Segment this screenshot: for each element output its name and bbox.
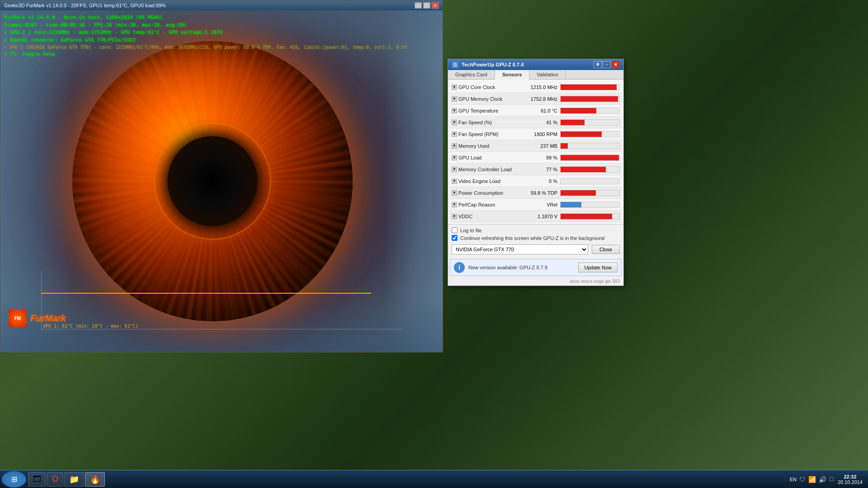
- sensor-bar-fan-speed-pct: [561, 120, 585, 125]
- checkbox-row-log: Log to file: [452, 227, 620, 233]
- taskbar: ⊞ 🗔 O 📁 🔥 EN 🛡 📶 🔊 ☐: [0, 470, 868, 488]
- sensor-bar-gpu-core-clock: [561, 84, 617, 90]
- tab-validation[interactable]: Validation: [529, 70, 566, 79]
- sensor-bar-bg-memory-controller-load: [560, 166, 620, 173]
- continue-refresh-checkbox[interactable]: [452, 235, 458, 241]
- sensor-bar-bg-fan-speed-pct: [560, 119, 620, 126]
- sensor-name-vddc: ▼ VDDC: [452, 214, 524, 219]
- sensor-dropdown-memory-controller-load[interactable]: ▼: [452, 167, 457, 172]
- sensor-dropdown-gpu-memory-clock[interactable]: ▼: [452, 96, 457, 102]
- sensor-name-gpu-load: ▼ GPU Load: [452, 155, 524, 160]
- gpuz-tabs: Graphics Card Sensors Validation: [448, 70, 623, 80]
- furmark-window: Geeks3D FurMark v1.14.0.0 - 20FPS, GPU1 …: [0, 0, 443, 352]
- sensor-bar-memory-used: [561, 143, 568, 149]
- gpuz-settings-button[interactable]: ⚙: [594, 61, 602, 68]
- sensor-dropdown-power-consumption[interactable]: ▼: [452, 190, 457, 196]
- furmark-logo-area: FM FurMark: [9, 309, 66, 327]
- sensor-value-memory-controller-load: 77 %: [524, 167, 560, 172]
- sensor-name-fan-speed-pct: ▼ Fan Speed (%): [452, 120, 524, 125]
- sensor-dropdown-fan-speed-rpm[interactable]: ▼: [452, 131, 457, 137]
- furmark-logo-icon: FM: [9, 309, 27, 327]
- gpuz-update-bar: i New version available: GPU-Z 0.7.9 Upd…: [450, 259, 622, 276]
- furmark-titlebar: Geeks3D FurMark v1.14.0.0 - 20FPS, GPU1 …: [0, 0, 443, 10]
- sensor-row-gpu-memory-clock: ▼ GPU Memory Clock 1752.8 MHz: [450, 93, 622, 105]
- update-now-button[interactable]: Update Now: [578, 263, 618, 272]
- taskbar-item-files[interactable]: 📁: [64, 472, 84, 487]
- sensor-value-vddc: 1.1870 V: [524, 214, 560, 219]
- taskbar-item-furmark[interactable]: 🔥: [85, 472, 105, 487]
- sensor-row-memory-used: ▼ Memory Used 237 MB: [450, 140, 622, 152]
- furmark-logo-text: FurMark: [30, 313, 66, 324]
- sensor-row-gpu-load: ▼ GPU Load 99 %: [450, 152, 622, 164]
- sensor-bar-gpu-load: [561, 155, 619, 160]
- taskbar-item-opera[interactable]: O: [47, 472, 63, 487]
- sensor-value-perfcap-reason: VRel: [524, 202, 560, 207]
- sensor-row-memory-controller-load: ▼ Memory Controller Load 77 %: [450, 164, 622, 175]
- gpuz-close-button-bottom[interactable]: Close: [592, 245, 620, 254]
- furmark-render-area: FurMark v1.14.0.0 - Burn-in test, 1280x1…: [0, 10, 443, 352]
- sensor-bar-fan-speed-rpm: [561, 131, 602, 137]
- furmark-overlay-text: FurMark v1.14.0.0 - Burn-in test, 1280x1…: [4, 14, 407, 58]
- sensor-bar-bg-gpu-core-clock: [560, 84, 620, 90]
- gpuz-update-text: New version available: GPU-Z 0.7.9: [468, 265, 575, 270]
- sensor-dropdown-memory-used[interactable]: ▼: [452, 143, 457, 149]
- taskbar-system-icons: EN 🛡 📶 🔊 ☐: [790, 476, 834, 483]
- gpu-select[interactable]: NVIDIA GeForce GTX 770: [452, 244, 588, 254]
- sensor-name-memory-controller-load: ▼ Memory Controller Load: [452, 167, 524, 172]
- sensor-dropdown-perfcap-reason[interactable]: ▼: [452, 202, 457, 207]
- gpuz-logo-icon: G: [452, 61, 459, 68]
- sensor-dropdown-gpu-core-clock[interactable]: ▼: [452, 84, 457, 90]
- overlay-line-1: FurMark v1.14.0.0 - Burn-in test, 1280x1…: [4, 14, 407, 22]
- sensor-value-power-consumption: 59.8 % TDP: [524, 190, 560, 196]
- sensor-value-gpu-core-clock: 1215.0 MHz: [524, 84, 560, 90]
- sensor-name-power-consumption: ▼ Power Consumption: [452, 190, 524, 196]
- sensor-name-memory-used: ▼ Memory Used: [452, 143, 524, 149]
- sensor-value-gpu-temperature: 61.0 °C: [524, 108, 560, 113]
- gpuz-bottom-controls: Log to file Continue refreshing this scr…: [448, 224, 623, 257]
- furmark-maximize-button[interactable]: □: [423, 2, 430, 9]
- antivirus-icon: 🛡: [799, 476, 806, 483]
- taskbar-item-explorer[interactable]: 🗔: [28, 472, 46, 487]
- gpuz-close-button[interactable]: ✕: [612, 61, 620, 68]
- sensor-value-gpu-memory-clock: 1752.8 MHz: [524, 96, 560, 102]
- sensor-bar-bg-memory-used: [560, 143, 620, 149]
- tab-sensors[interactable]: Sensors: [495, 70, 529, 80]
- sensor-row-perfcap-reason: ▼ PerfCap Reason VRel: [450, 199, 622, 211]
- sensor-bar-memory-controller-load: [561, 167, 606, 172]
- desktop: Geeks3D FurMark v1.14.0.0 - 20FPS, GPU1 …: [0, 0, 868, 488]
- taskbar-clock[interactable]: 22:32 20.10.2014: [838, 474, 863, 485]
- gpuz-title-area: G TechPowerUp GPU-Z 0.7.4: [452, 61, 524, 68]
- sensor-bar-bg-video-engine-load: [560, 178, 620, 184]
- sensor-dropdown-vddc[interactable]: ▼: [452, 214, 457, 219]
- sensor-row-video-engine-load: ▼ Video Engine Load 0 %: [450, 175, 622, 187]
- log-to-file-checkbox[interactable]: [452, 227, 458, 233]
- sensor-bar-bg-gpu-load: [560, 155, 620, 161]
- clock-date: 20.10.2014: [838, 479, 863, 485]
- sensor-dropdown-gpu-temperature[interactable]: ▼: [452, 108, 457, 113]
- gpuz-window-controls: ⚙ ─ ✕: [594, 61, 620, 68]
- sensor-name-gpu-temperature: ▼ GPU Temperature: [452, 108, 524, 113]
- furmark-close-button[interactable]: ✕: [432, 2, 439, 9]
- furmark-title: Geeks3D FurMark v1.14.0.0 - 20FPS, GPU1 …: [4, 3, 166, 8]
- furmark-minimize-button[interactable]: ─: [415, 2, 422, 9]
- sensor-name-gpu-core-clock: ▼ GPU Core Clock: [452, 84, 524, 90]
- sensor-row-gpu-temperature: ▼ GPU Temperature 61.0 °C: [450, 105, 622, 117]
- network-icon: 📶: [808, 476, 816, 483]
- gpuz-title: TechPowerUp GPU-Z 0.7.4: [462, 62, 524, 67]
- sensor-dropdown-video-engine-load[interactable]: ▼: [452, 178, 457, 184]
- volume-icon[interactable]: 🔊: [819, 476, 826, 483]
- sensor-bar-bg-perfcap-reason: [560, 202, 620, 208]
- furmark-window-controls: ─ □ ✕: [415, 2, 439, 9]
- start-button[interactable]: ⊞: [2, 471, 26, 488]
- sensor-name-perfcap-reason: ▼ PerfCap Reason: [452, 202, 524, 207]
- sensor-dropdown-fan-speed-pct[interactable]: ▼: [452, 120, 457, 125]
- sensor-dropdown-gpu-load[interactable]: ▼: [452, 155, 457, 160]
- tab-graphics-card[interactable]: Graphics Card: [448, 70, 495, 79]
- files-icon: 📁: [69, 474, 79, 484]
- opera-icon: O: [52, 474, 58, 484]
- sensor-bar-bg-gpu-temperature: [560, 108, 620, 114]
- gpuz-minimize-button[interactable]: ─: [603, 61, 611, 68]
- sensor-bar-bg-fan-speed-rpm: [560, 131, 620, 137]
- sensor-row-fan-speed-rpm: ▼ Fan Speed (RPM) 1800 RPM: [450, 128, 622, 140]
- sensor-name-gpu-memory-clock: ▼ GPU Memory Clock: [452, 96, 524, 102]
